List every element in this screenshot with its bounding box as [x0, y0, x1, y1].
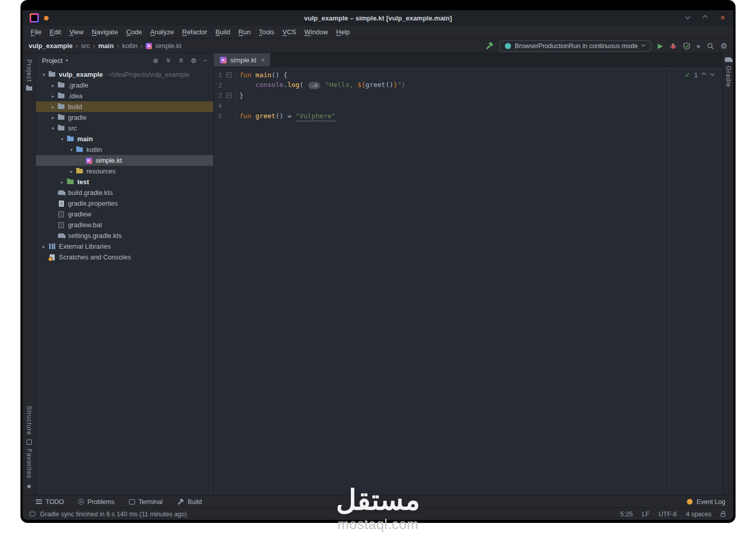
tab-simple-kt[interactable]: K simple.kt × [214, 53, 271, 67]
tree-row-build[interactable]: ▸build [36, 101, 213, 112]
settings-gear-icon[interactable]: ⚙ [721, 41, 727, 51]
tree-chevron-icon[interactable]: ▸ [49, 94, 57, 99]
locate-file-icon[interactable]: ⊕ [153, 57, 159, 64]
code-line[interactable]: 5fun greet() = "Vulphere" [214, 111, 722, 121]
code-line[interactable]: 1−fun main() { [214, 70, 722, 80]
menu-item-window[interactable]: Window [300, 27, 332, 37]
tree-row-resources[interactable]: ▸resources [36, 166, 213, 177]
structure-icon[interactable] [27, 440, 32, 445]
status-message[interactable]: Gradle sync finished in 6 s 140 ms (11 m… [40, 511, 187, 518]
fold-marker-icon[interactable]: − [222, 93, 235, 98]
stop-button[interactable]: ■ [697, 43, 700, 49]
tree-row-external-libraries[interactable]: ▸External Libraries [36, 241, 213, 252]
window-controls: × [685, 14, 733, 21]
project-toolwindow-button[interactable]: Project [26, 59, 33, 82]
toolwindow-button-build[interactable]: Build [177, 498, 202, 506]
indent-setting[interactable]: 4 spaces [686, 511, 711, 518]
menu-item-run[interactable]: Run [234, 27, 255, 37]
tree-row-test[interactable]: ▸test [36, 177, 213, 187]
maximize-icon[interactable] [703, 15, 708, 20]
favorites-toolwindow-button[interactable]: Favorites [26, 449, 33, 478]
project-panel-title[interactable]: Project [42, 57, 62, 64]
tree-row-kotlin[interactable]: ▾kotlin [36, 144, 213, 155]
run-with-coverage-button[interactable] [683, 42, 690, 50]
breadcrumb-item-kotlin[interactable]: kotlin [122, 42, 138, 50]
menu-item-edit[interactable]: Edit [46, 27, 65, 37]
menu-item-build[interactable]: Build [211, 27, 234, 37]
inlay-hint-chip[interactable]: ..o [308, 82, 320, 89]
code-line[interactable]: 4 [214, 100, 722, 111]
caret-position[interactable]: 5:25 [620, 511, 633, 518]
breadcrumb-item-vulp-example[interactable]: vulp_example [29, 42, 73, 50]
tree-row-gradlew-bat[interactable]: gradlew.bat [36, 220, 213, 230]
menu-item-code[interactable]: Code [122, 27, 146, 37]
run-config-dropdown[interactable]: BrowserProductionRun in continuous mode [500, 40, 651, 52]
fold-marker-icon[interactable]: − [222, 72, 235, 78]
inspections-widget[interactable]: ✓ 1 [684, 71, 715, 79]
menu-item-vcs[interactable]: VCS [278, 27, 300, 37]
tree-row-gradle[interactable]: ▸.gradle [36, 80, 213, 91]
tree-row-vulp-example[interactable]: ▾vulp_example~/IdeaProjects/vulp_example [36, 69, 213, 80]
search-everywhere-icon[interactable] [707, 42, 714, 50]
toolwindow-button-problems[interactable]: Problems [78, 498, 115, 506]
tree-row-simple-kt[interactable]: Ksimple.kt [36, 155, 213, 166]
star-icon[interactable]: ★ [26, 483, 32, 490]
panel-settings-gear-icon[interactable]: ⚙ [191, 57, 197, 64]
run-button[interactable]: ▶ [658, 42, 663, 50]
next-issue-icon[interactable] [710, 73, 715, 77]
hide-panel-icon[interactable]: − [203, 57, 207, 64]
menu-item-navigate[interactable]: Navigate [87, 27, 122, 37]
tree-row-gradle-properties[interactable]: gradle.properties [36, 198, 213, 209]
tree-chevron-icon[interactable]: ▸ [49, 83, 57, 88]
project-folder-icon[interactable] [26, 86, 32, 91]
tree-row-src[interactable]: ▾src [36, 123, 213, 134]
tree-chevron-icon[interactable]: ▸ [40, 244, 48, 249]
tree-chevron-icon[interactable]: ▸ [49, 115, 57, 120]
menu-item-view[interactable]: View [65, 27, 87, 37]
tree-chevron-icon[interactable]: ▾ [58, 137, 66, 142]
expand-all-icon[interactable] [165, 57, 171, 63]
tree-row-gradle[interactable]: ▸gradle [36, 112, 213, 123]
build-hammer-icon[interactable] [486, 42, 493, 50]
menu-item-file[interactable]: File [27, 27, 46, 37]
tree-chevron-icon[interactable]: ▾ [49, 126, 57, 131]
tree-chevron-icon[interactable]: ▾ [40, 72, 48, 77]
editor-body[interactable]: 1−fun main() {2 console.log( ..o "Hello,… [214, 67, 722, 495]
structure-toolwindow-button[interactable]: Structure [26, 406, 33, 435]
toolwindow-quick-access-icon[interactable] [30, 512, 35, 516]
toolwindow-button-todo[interactable]: TODO [36, 498, 64, 506]
prev-issue-icon[interactable] [702, 73, 706, 77]
tree-row-build-gradle-kts[interactable]: build.gradle.kts [36, 187, 213, 198]
menu-item-refactor[interactable]: Refactor [178, 27, 211, 37]
breadcrumb-item-src[interactable]: src [81, 42, 90, 50]
code-line[interactable]: 3−} [214, 90, 722, 100]
code-line[interactable]: 2 console.log( ..o "Hello, ${greet()}") [214, 80, 722, 90]
debug-button[interactable] [670, 42, 677, 50]
toolwindow-button-terminal[interactable]: Terminal [129, 498, 163, 506]
collapse-all-icon[interactable] [178, 57, 184, 63]
project-view-chevron-icon[interactable]: ▾ [65, 58, 68, 63]
menu-item-tools[interactable]: Tools [255, 27, 278, 37]
breadcrumb-item-main[interactable]: main [98, 42, 114, 50]
menu-item-help[interactable]: Help [332, 27, 354, 37]
gradle-toolwindow-button[interactable]: Gradle [725, 66, 732, 87]
tree-row-idea[interactable]: ▸.idea [36, 91, 213, 101]
tree-row-main[interactable]: ▾main [36, 134, 213, 144]
file-encoding[interactable]: UTF-8 [659, 511, 677, 518]
lock-icon[interactable] [721, 513, 725, 517]
tree-row-gradlew[interactable]: gradlew [36, 209, 213, 220]
tree-row-scratches-and-consoles[interactable]: Scratches and Consoles [36, 252, 213, 262]
menu-item-analyze[interactable]: Analyze [146, 27, 178, 37]
event-log-button[interactable]: Event Log [687, 498, 725, 506]
tree-chevron-icon[interactable]: ▸ [58, 180, 66, 185]
tree-row-settings-gradle-kts[interactable]: settings.gradle.kts [36, 230, 213, 241]
window-menu-chevron-icon[interactable] [685, 15, 691, 20]
tree-chevron-icon[interactable]: ▸ [49, 104, 57, 109]
breadcrumb-item-simple-kt[interactable]: simple.kt [155, 42, 181, 50]
tree-chevron-icon[interactable]: ▾ [68, 147, 75, 152]
close-icon[interactable]: × [720, 14, 725, 21]
gradle-elephant-icon[interactable] [725, 57, 731, 62]
tree-chevron-icon[interactable]: ▸ [68, 169, 75, 174]
tab-close-icon[interactable]: × [261, 56, 265, 64]
line-ending[interactable]: LF [642, 511, 650, 518]
